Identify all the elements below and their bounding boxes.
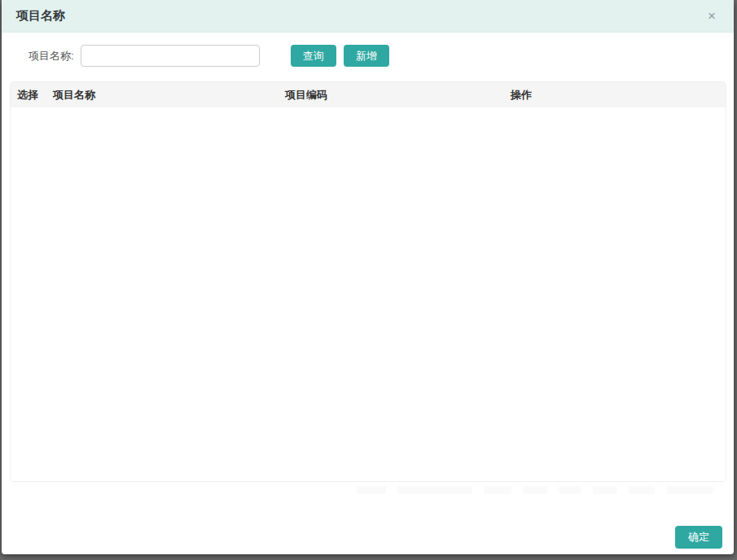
column-header-project-name: 项目名称: [53, 88, 285, 103]
table-header-row: 选择 项目名称 项目编码 操作: [11, 82, 726, 107]
project-name-label: 项目名称:: [29, 49, 74, 63]
pagination-item: [629, 486, 655, 494]
confirm-button[interactable]: 确定: [675, 526, 722, 549]
search-toolbar: 项目名称: 查询 新增: [2, 33, 734, 78]
table-body-empty: [11, 107, 726, 482]
pagination-item: [666, 486, 713, 494]
pagination-bar: [2, 484, 713, 496]
toolbar-buttons: 查询 新增: [291, 45, 389, 67]
dialog-title-bar: 项目名称 ×: [2, 0, 734, 33]
project-name-input[interactable]: [81, 45, 260, 67]
pagination-item: [523, 486, 547, 494]
add-button[interactable]: 新增: [344, 45, 389, 67]
results-table: 选择 项目名称 项目编码 操作: [10, 81, 726, 482]
close-icon[interactable]: ×: [704, 7, 719, 24]
pagination-item: [593, 486, 617, 494]
pagination-item: [397, 486, 472, 494]
column-header-operation: 操作: [511, 88, 726, 103]
query-button[interactable]: 查询: [291, 45, 336, 67]
dialog-title: 项目名称: [16, 8, 65, 24]
pagination-item: [357, 486, 386, 494]
column-header-project-code: 项目编码: [285, 88, 511, 103]
project-name-dialog: 项目名称 × 项目名称: 查询 新增 选择 项目名称 项目编码 操作 确定: [2, 0, 734, 554]
pagination-item: [484, 486, 511, 494]
pagination-item: [559, 486, 581, 494]
column-header-select: 选择: [17, 88, 53, 103]
